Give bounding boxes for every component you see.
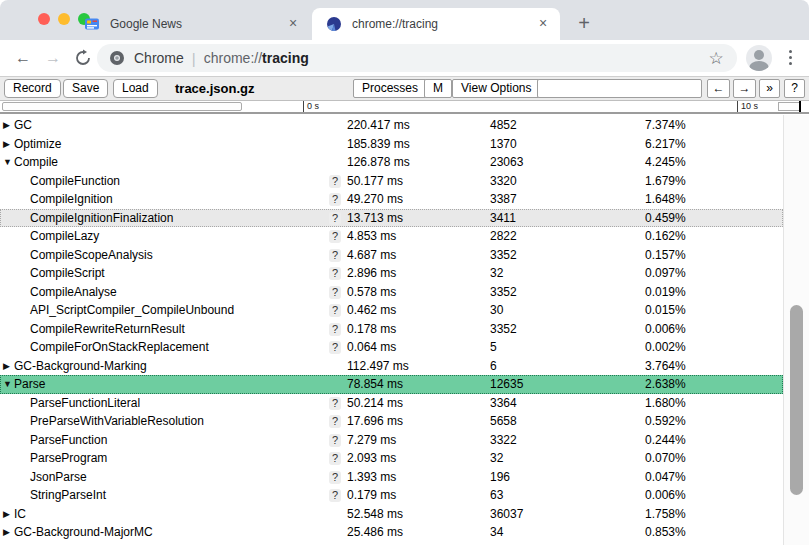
help-icon[interactable]: ? [329, 212, 341, 225]
slice-name: PreParseWithVariableResolution [30, 412, 204, 431]
table-row[interactable]: CompileIgnition?49.270 ms33871.648% [0, 190, 783, 209]
timeline-ruler: 0 s 10 s [0, 101, 809, 114]
minimize-window-button[interactable] [58, 13, 70, 25]
table-row[interactable]: CompileLazy?4.853 ms28220.162% [0, 227, 783, 246]
expand-arrow-icon[interactable]: ▶ [3, 523, 13, 542]
help-icon[interactable]: ? [329, 341, 341, 354]
processes-button[interactable]: Processes [353, 79, 427, 98]
slice-percent: 0.592% [645, 412, 686, 431]
help-icon[interactable]: ? [329, 304, 341, 317]
help-icon[interactable]: ? [329, 193, 341, 206]
metadata-button[interactable]: M [424, 79, 452, 98]
close-tab-icon[interactable]: × [284, 15, 302, 33]
table-row[interactable]: JsonParse?1.393 ms1960.047% [0, 468, 783, 487]
record-button[interactable]: Record [4, 79, 61, 98]
table-row[interactable]: ▶GC220.417 ms48527.374% [0, 116, 783, 135]
slice-name: CompileFunction [30, 172, 120, 191]
browser-window: Google News × chrome://tracing × + ← → [0, 0, 809, 545]
ruler-tick-10s: 10 s [737, 101, 758, 112]
help-icon[interactable]: ? [329, 471, 341, 484]
table-row[interactable]: ▼Compile126.878 ms230634.245% [0, 153, 783, 172]
table-row[interactable]: CompileRewriteReturnResult?0.178 ms33520… [0, 320, 783, 339]
help-icon[interactable]: ? [329, 452, 341, 465]
slice-count: 36037 [490, 505, 523, 524]
slice-name: GC [14, 116, 32, 135]
save-button[interactable]: Save [63, 79, 108, 98]
skip-button[interactable]: » [759, 79, 780, 98]
help-icon[interactable]: ? [329, 489, 341, 502]
slice-name: ParseFunction [30, 431, 107, 450]
find-previous-button[interactable]: ← [707, 79, 730, 98]
help-button[interactable]: ? [784, 79, 805, 98]
table-row[interactable]: ParseFunction?7.279 ms33220.244% [0, 431, 783, 450]
help-icon[interactable]: ? [329, 323, 341, 336]
search-input[interactable] [537, 79, 702, 98]
slice-percent: 0.019% [645, 283, 686, 302]
help-icon[interactable]: ? [329, 434, 341, 447]
help-icon[interactable]: ? [329, 415, 341, 428]
slice-time: 1.393 ms [347, 468, 396, 487]
slice-name: GC-Background-MajorMC [14, 523, 153, 542]
table-row[interactable]: CompileScopeAnalysis?4.687 ms33520.157% [0, 246, 783, 265]
table-row[interactable]: PreParseWithVariableResolution?17.696 ms… [0, 412, 783, 431]
slice-name: GC-Background-Marking [14, 357, 147, 376]
table-row[interactable]: ParseFunctionLiteral?50.214 ms33641.680% [0, 394, 783, 413]
table-row[interactable]: CompileForOnStackReplacement?0.064 ms50.… [0, 338, 783, 357]
vertical-scrollbar[interactable] [783, 115, 809, 545]
tab-tracing[interactable]: chrome://tracing × [312, 8, 560, 40]
find-next-button[interactable]: → [733, 79, 756, 98]
scrollbar-thumb[interactable] [790, 305, 803, 495]
chrome-logo-icon [109, 50, 125, 66]
close-tab-icon[interactable]: × [534, 15, 552, 33]
bookmark-star-icon[interactable]: ☆ [706, 48, 726, 69]
slice-count: 23063 [490, 153, 523, 172]
slice-name: CompileIgnitionFinalization [30, 209, 173, 228]
new-tab-button[interactable]: + [570, 10, 598, 38]
view-options-button[interactable]: View Options [452, 79, 540, 98]
help-icon[interactable]: ? [329, 286, 341, 299]
table-row[interactable]: ▶IC52.548 ms360371.758% [0, 505, 783, 524]
browser-menu-icon[interactable] [789, 50, 792, 65]
table-row[interactable]: ▶GC-Background-Marking112.497 ms63.764% [0, 357, 783, 376]
expand-arrow-icon[interactable]: ▶ [3, 357, 13, 376]
table-row[interactable]: API_ScriptCompiler_CompileUnbound?0.462 … [0, 301, 783, 320]
slice-count: 1370 [490, 135, 517, 154]
slice-time: 0.064 ms [347, 338, 396, 357]
table-row[interactable]: StringParseInt?0.179 ms630.006% [0, 486, 783, 505]
slice-percent: 1.680% [645, 394, 686, 413]
expand-arrow-icon[interactable]: ▶ [3, 135, 13, 154]
help-icon[interactable]: ? [329, 397, 341, 410]
url-bar[interactable]: Chrome | chrome://tracing [97, 44, 737, 72]
help-icon[interactable]: ? [329, 175, 341, 188]
profile-avatar[interactable] [746, 45, 772, 71]
slice-count: 32 [490, 264, 503, 283]
help-icon[interactable]: ? [329, 249, 341, 262]
slice-count: 3411 [490, 209, 516, 228]
table-row[interactable]: CompileIgnitionFinalization?13.713 ms341… [0, 209, 783, 228]
ruler-right-track [778, 102, 801, 111]
table-row[interactable]: CompileAnalyse?0.578 ms33520.019% [0, 283, 783, 302]
slice-percent: 0.162% [645, 227, 686, 246]
tab-google-news[interactable]: Google News × [70, 8, 310, 40]
forward-icon[interactable]: → [42, 47, 64, 69]
load-button[interactable]: Load [113, 79, 158, 98]
table-row[interactable]: ParseProgram?2.093 ms320.070% [0, 449, 783, 468]
help-icon[interactable]: ? [329, 230, 341, 243]
table-row[interactable]: ▶Optimize185.839 ms13706.217% [0, 135, 783, 154]
expand-arrow-icon[interactable]: ▶ [3, 505, 13, 524]
table-row[interactable]: ▶GC-Background-MajorMC25.486 ms340.853% [0, 523, 783, 542]
collapse-arrow-icon[interactable]: ▼ [3, 153, 13, 172]
slice-name: CompileForOnStackReplacement [30, 338, 209, 357]
back-icon[interactable]: ← [12, 47, 34, 69]
help-icon[interactable]: ? [329, 267, 341, 280]
expand-arrow-icon[interactable]: ▶ [3, 116, 13, 135]
slice-time: 0.578 ms [347, 283, 396, 302]
slice-count: 12635 [490, 375, 523, 394]
close-window-button[interactable] [38, 13, 50, 25]
collapse-arrow-icon[interactable]: ▼ [3, 375, 13, 394]
table-row[interactable]: CompileFunction?50.177 ms33201.679% [0, 172, 783, 191]
table-row[interactable]: CompileScript?2.896 ms320.097% [0, 264, 783, 283]
reload-icon[interactable] [72, 47, 94, 69]
table-row[interactable]: ▼Parse78.854 ms126352.638% [0, 375, 783, 394]
slice-count: 3364 [490, 394, 517, 413]
